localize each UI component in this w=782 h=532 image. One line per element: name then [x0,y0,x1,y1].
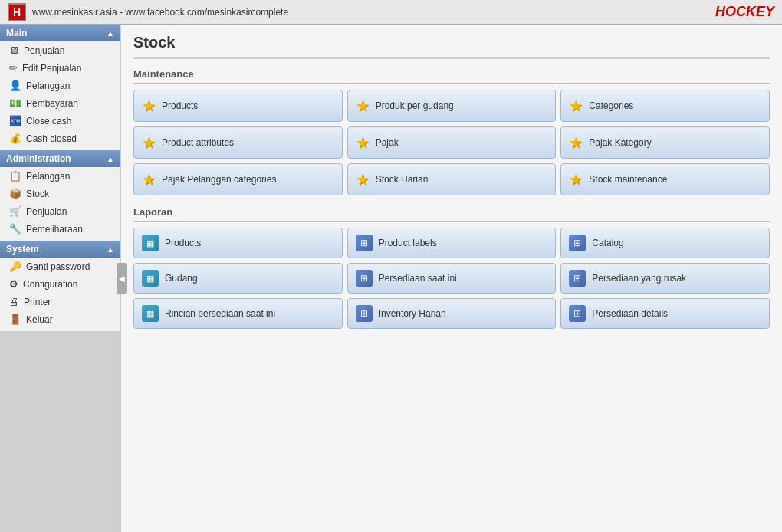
hockey-brand: HOCKEY [715,4,774,20]
persediaan-details-button[interactable]: Persediaan details [560,298,770,329]
pelanggan-label: Pelanggan [26,80,70,91]
pajak-label: Pajak [376,137,399,148]
sidebar-item-pelanggan[interactable]: Pelanggan [0,77,120,94]
config-icon [9,278,18,290]
product-attributes-button[interactable]: ★ Product attributes [133,126,343,159]
maintenance-grid: ★ Products ★ Produk per gudang ★ Categor… [133,90,770,195]
sidebar-section-admin-header[interactable]: Administration ▲ [0,150,120,167]
sidebar-item-close-cash[interactable]: Close cash [0,112,120,130]
sidebar-item-edit-penjualan[interactable]: Edit Penjualan [0,59,120,77]
printer-icon [9,296,19,307]
products-button[interactable]: ★ Products [133,90,343,122]
close-cash-label: Close cash [26,116,71,126]
sidebar-item-configuration[interactable]: Configuration [0,275,120,293]
categories-button[interactable]: ★ Categories [560,90,770,122]
admin-section-arrow: ▲ [107,155,114,163]
produk-per-gudang-button[interactable]: ★ Produk per gudang [347,90,557,122]
penjualan-label: Penjualan [24,45,64,56]
sidebar-item-cash-closed[interactable]: Cash closed [0,130,120,147]
star-icon-stock-maint: ★ [569,170,583,189]
list-icon [9,170,21,182]
maintenance-label: Maintenance [133,68,770,84]
main-layout: Main ▲ Penjualan Edit Penjualan Pelangga… [0,25,782,532]
configuration-label: Configuration [23,279,77,290]
star-icon-pajak: ★ [356,133,370,152]
topbar: H www.mesinkasir.asia - www.facebook.com… [0,0,782,25]
star-icon-pajak-pel: ★ [142,170,156,189]
stock-harian-button[interactable]: ★ Stock Harian [347,163,557,195]
cashclosed-icon [9,133,21,144]
cash-closed-label: Cash closed [26,133,77,144]
sidebar: Main ▲ Penjualan Edit Penjualan Pelangga… [0,25,121,331]
monitor-icon [9,44,19,56]
persediaan-saat-ini-label: Persediaan saat ini [379,273,457,284]
maintenance-section: Maintenance ★ Products ★ Produk per guda… [133,68,770,195]
products-lap-label: Products [165,238,201,248]
sidebar-collapse-button[interactable]: ◀ [117,263,127,294]
rincian-persediaan-label: Rincian persediaan saat ini [165,308,275,319]
stock-label: Stock [26,189,49,199]
product-labels-button[interactable]: Product labels [347,228,557,258]
teal-grid-icon-products [142,235,159,251]
sidebar-item-penjualan2[interactable]: Penjualan [0,202,120,220]
edit-penjualan-label: Edit Penjualan [22,63,81,74]
pembayaran-label: Pembayaran [26,98,78,109]
sidebar-item-pelanggan2[interactable]: Pelanggan [0,167,120,185]
star-icon-products: ★ [142,97,156,115]
logo-area: H www.mesinkasir.asia - www.facebook.com… [8,3,288,21]
gudang-button[interactable]: Gudang [133,263,343,294]
stock-maintenance-button[interactable]: ★ Stock maintenance [560,163,770,195]
inventory-harian-button[interactable]: Inventory Harian [347,298,557,329]
star-icon-product-attrs: ★ [142,133,156,152]
pajak-button[interactable]: ★ Pajak [347,126,557,159]
grid-icon-rusak [569,270,586,287]
teal-icon-gudang [142,270,159,287]
sidebar-item-printer[interactable]: Printer [0,293,120,310]
printer-label: Printer [24,297,51,307]
sidebar-item-pemeliharaan[interactable]: Pemeliharaan [0,220,120,238]
sidebar-item-penjualan[interactable]: Penjualan [0,41,120,59]
persediaan-saat-ini-button[interactable]: Persediaan saat ini [347,263,557,294]
produk-per-gudang-label: Produk per gudang [376,100,454,111]
star-icon-produk: ★ [356,97,370,115]
rincian-persediaan-button[interactable]: Rincian persediaan saat ini [133,298,343,329]
exit-icon [9,314,21,325]
persediaan-rusak-button[interactable]: Persediaan yang rusak [560,263,770,294]
grid-icon-catalog [569,235,586,251]
catalog-button[interactable]: Catalog [560,228,770,258]
keluar-label: Keluar [26,314,53,325]
ganti-password-label: Ganti password [26,261,90,272]
sidebar-section-system-header[interactable]: System ▲ [0,241,120,258]
sidebar-section-system-label: System [6,244,39,255]
sidebar-section-main-header[interactable]: Main ▲ [0,25,120,41]
page-title: Stock [133,34,770,59]
pemeliharaan-icon [9,223,21,235]
h-logo-icon: H [8,3,26,21]
penjualan2-label: Penjualan [26,206,67,217]
sidebar-section-main-label: Main [6,28,27,38]
star-icon-pajak-kat: ★ [569,133,583,152]
cash-icon [9,115,21,126]
persediaan-rusak-label: Persediaan yang rusak [592,273,686,284]
sidebar-item-stock[interactable]: Stock [0,185,120,202]
sidebar-item-keluar[interactable]: Keluar [0,310,120,328]
products-button-label: Products [162,100,198,111]
pajak-kategory-button[interactable]: ★ Pajak Kategory [560,126,770,159]
products-lap-button[interactable]: Products [133,228,343,258]
sidebar-item-pembayaran[interactable]: Pembayaran [0,94,120,112]
box-icon [9,188,21,199]
star-icon-stock-harian: ★ [356,170,370,189]
grid-icon-details [569,305,586,322]
sidebar-section-main: Main ▲ Penjualan Edit Penjualan Pelangga… [0,25,120,147]
penjualan2-icon [9,205,21,217]
product-labels-label: Product labels [379,238,437,248]
sidebar-section-admin-label: Administration [6,153,71,164]
laporan-label: Laporan [133,206,770,222]
system-section-arrow: ▲ [107,245,114,254]
person-icon [9,80,21,91]
inventory-harian-label: Inventory Harian [379,308,446,319]
pajak-pelanggan-button[interactable]: ★ Pajak Pelanggan categories [133,163,343,195]
sidebar-item-ganti-password[interactable]: Ganti password [0,258,120,275]
categories-label: Categories [589,100,633,111]
sidebar-section-system: System ▲ Ganti password Configuration Pr… [0,241,120,328]
